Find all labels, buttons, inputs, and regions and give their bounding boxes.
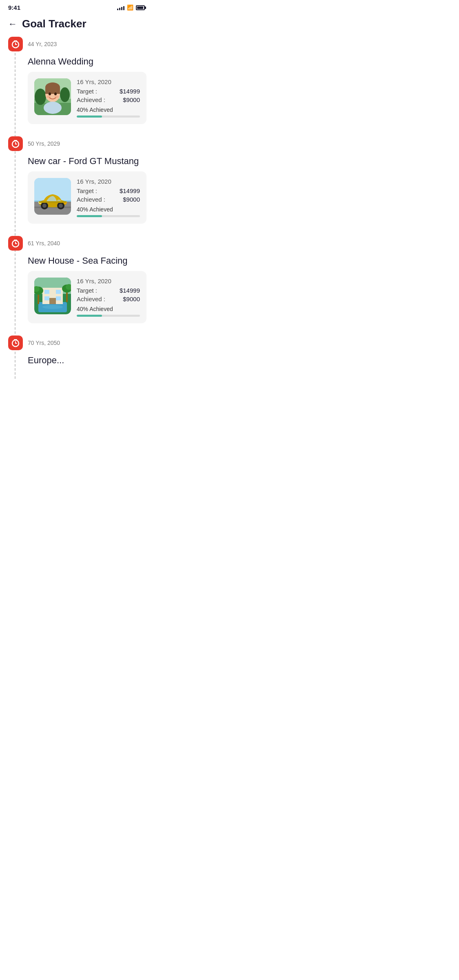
target-row: Target : $14999 <box>77 187 140 194</box>
target-value: $14999 <box>120 88 140 95</box>
goal-details: 16 Yrs, 2020 Target : $14999 Achieved : … <box>77 178 140 217</box>
goal-item: 61 Yrs, 2040 New House - Sea Facing <box>0 236 153 336</box>
target-value: $14999 <box>120 187 140 194</box>
goal-age-year: 70 Yrs, 2050 <box>28 340 60 346</box>
status-icons: 📶 <box>117 4 145 11</box>
svg-point-16 <box>44 102 62 114</box>
target-label: Target : <box>77 88 97 95</box>
goal-icon-timer <box>8 37 23 51</box>
goal-item: 50 Yrs, 2029 New car - Ford GT Mustang <box>0 136 153 236</box>
progress-bar-fill <box>77 116 102 118</box>
goal-card: 16 Yrs, 2020 Target : $14999 Achieved : … <box>28 72 146 124</box>
status-time: 9:41 <box>8 4 20 11</box>
svg-rect-46 <box>49 298 56 304</box>
page-title: Goal Tracker <box>22 18 86 30</box>
achieved-row: Achieved : $9000 <box>77 96 140 103</box>
signal-icon <box>117 5 124 10</box>
svg-point-8 <box>60 87 70 102</box>
goal-age-year: 61 Yrs, 2040 <box>28 240 60 247</box>
progress-text: 40% Achieved <box>77 107 140 113</box>
achieved-row: Achieved : $9000 <box>77 296 140 302</box>
achieved-value: $9000 <box>123 296 140 302</box>
goal-icon-timer <box>8 136 23 151</box>
progress-bar-fill <box>77 315 102 317</box>
goal-name: Europe... <box>0 353 153 371</box>
svg-rect-44 <box>44 296 49 300</box>
achieved-row: Achieved : $9000 <box>77 196 140 203</box>
detail-year: 16 Yrs, 2020 <box>77 178 140 185</box>
achieved-value: $9000 <box>123 196 140 203</box>
svg-point-7 <box>35 89 46 105</box>
goal-card: 16 Yrs, 2020 Target : $14999 Achieved : … <box>28 171 146 224</box>
status-bar: 9:41 📶 <box>0 0 153 13</box>
goal-card: 16 Yrs, 2020 Target : $14999 Achieved : … <box>28 271 146 323</box>
goal-name: Alenna Wedding <box>0 55 153 72</box>
goal-details: 16 Yrs, 2020 Target : $14999 Achieved : … <box>77 78 140 118</box>
goal-header: 50 Yrs, 2029 <box>0 136 153 154</box>
detail-year: 16 Yrs, 2020 <box>77 278 140 284</box>
svg-rect-42 <box>44 290 49 294</box>
progress-text: 40% Achieved <box>77 306 140 312</box>
svg-point-14 <box>47 96 51 98</box>
target-row: Target : $14999 <box>77 88 140 95</box>
timeline: 44 Yr, 2023 Alenna Wedding <box>0 37 153 379</box>
goal-icon-timer <box>8 336 23 350</box>
page-header: ← Goal Tracker <box>0 13 153 37</box>
goal-header: 44 Yr, 2023 <box>0 37 153 55</box>
goal-image-person <box>34 78 71 115</box>
svg-rect-11 <box>45 87 60 94</box>
svg-rect-45 <box>56 296 61 300</box>
wifi-icon: 📶 <box>127 4 133 11</box>
progress-text: 40% Achieved <box>77 206 140 213</box>
achieved-label: Achieved : <box>77 96 105 103</box>
progress-bar-bg <box>77 116 140 118</box>
achieved-label: Achieved : <box>77 196 105 203</box>
goal-icon-timer <box>8 236 23 251</box>
detail-year: 16 Yrs, 2020 <box>77 78 140 85</box>
svg-rect-32 <box>39 201 67 203</box>
back-button[interactable]: ← <box>8 19 17 29</box>
battery-icon <box>136 5 145 10</box>
svg-point-15 <box>55 96 59 98</box>
goal-name: New House - Sea Facing <box>0 254 153 271</box>
target-value: $14999 <box>120 287 140 294</box>
goal-item: 44 Yr, 2023 Alenna Wedding <box>0 37 153 136</box>
target-label: Target : <box>77 187 97 194</box>
goal-header: 61 Yrs, 2040 <box>0 236 153 254</box>
goal-header: 70 Yrs, 2050 <box>0 336 153 353</box>
goal-item: 70 Yrs, 2050 Europe... <box>0 336 153 371</box>
goal-age-year: 50 Yrs, 2029 <box>28 140 60 147</box>
svg-point-40 <box>42 305 63 309</box>
progress-bar-bg <box>77 215 140 217</box>
svg-point-12 <box>49 93 51 96</box>
progress-bar-bg <box>77 315 140 317</box>
svg-rect-43 <box>56 290 61 294</box>
goal-image-house <box>34 278 71 314</box>
goal-name: New car - Ford GT Mustang <box>0 154 153 171</box>
svg-point-27 <box>42 204 47 208</box>
goal-image-car <box>34 178 71 215</box>
svg-point-13 <box>54 93 57 96</box>
target-row: Target : $14999 <box>77 287 140 294</box>
goal-age-year: 44 Yr, 2023 <box>28 41 57 47</box>
achieved-label: Achieved : <box>77 296 105 302</box>
svg-point-29 <box>59 204 63 208</box>
achieved-value: $9000 <box>123 96 140 103</box>
target-label: Target : <box>77 287 97 294</box>
progress-bar-fill <box>77 215 102 217</box>
goal-details: 16 Yrs, 2020 Target : $14999 Achieved : … <box>77 278 140 317</box>
